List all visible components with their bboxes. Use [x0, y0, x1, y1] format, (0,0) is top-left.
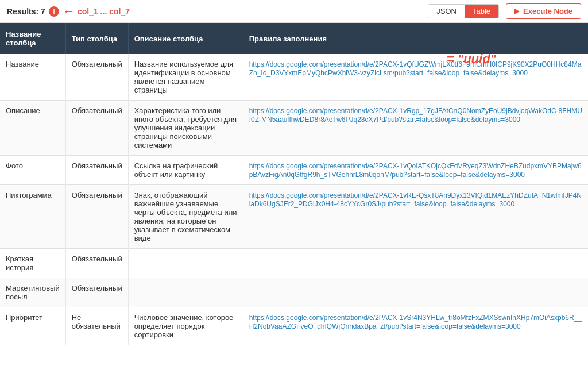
cell-rules: https://docs.google.com/presentation/d/e… — [243, 307, 588, 345]
col-annotation-label: col_1 ... col_7 — [78, 7, 130, 16]
rules-link[interactable]: https://docs.google.com/presentation/d/e… — [249, 60, 582, 77]
table-row: ПиктограммаОбязательныйЗнак, отображающи… — [0, 185, 588, 249]
header-col-desc: Описание столбца — [128, 23, 243, 54]
cell-description: Ссылка на графический объект или картинк… — [128, 156, 243, 185]
cell-description: Знак, отображающий важнейшие узнаваемые … — [128, 185, 243, 249]
cell-name: Пиктограмма — [0, 185, 65, 249]
cell-description: Числовое значение, которое определяет по… — [128, 307, 243, 345]
top-bar: Results: 7 i ← col_1 ... col_7 JSON Tabl… — [0, 0, 588, 23]
cell-name: Приоритет — [0, 307, 65, 345]
cell-name: Краткая история — [0, 249, 65, 278]
header-col-name: Название столбца — [0, 23, 65, 54]
format-toggle: JSON Table — [428, 4, 499, 18]
cell-type: Обязательный — [65, 185, 128, 249]
cell-name: Описание — [0, 101, 65, 156]
table-btn[interactable]: Table — [465, 5, 498, 18]
cell-type: Обязательный — [65, 278, 128, 307]
json-btn[interactable]: JSON — [428, 5, 465, 18]
cell-name: Название — [0, 54, 65, 101]
cell-rules — [243, 278, 588, 307]
cell-name: Фото — [0, 156, 65, 185]
table-row: НазваниеОбязательныйНазвание используемо… — [0, 54, 588, 101]
cell-description: Характеристика того или иного объекта, т… — [128, 101, 243, 156]
cell-name: Маркетинговый посыл — [0, 278, 65, 307]
table-row: Маркетинговый посылОбязательный — [0, 278, 588, 307]
table-row: ФотоОбязательныйСсылка на графический об… — [0, 156, 588, 185]
table-header-row: Название столбца Тип столбца Описание ст… — [0, 23, 588, 54]
play-icon — [514, 9, 520, 14]
results-section: Results: 7 i ← col_1 ... col_7 — [7, 4, 130, 19]
header-col-rules: Правила заполнения — [243, 23, 588, 54]
rules-link[interactable]: https://docs.google.com/presentation/d/e… — [249, 314, 582, 330]
cell-rules: https://docs.google.com/presentation/d/e… — [243, 101, 588, 156]
rules-link[interactable]: https://docs.google.com/presentation/d/e… — [249, 107, 582, 124]
table-row: Краткая историяОбязательный — [0, 249, 588, 278]
arrow-left-icon: ← — [63, 4, 75, 19]
cell-type: Обязательный — [65, 101, 128, 156]
rules-link[interactable]: https://docs.google.com/presentation/d/e… — [249, 162, 582, 179]
table-row: ПриоритетНе обязательныйЧисловое значени… — [0, 307, 588, 345]
execute-node-button[interactable]: Execute Node — [506, 3, 581, 19]
results-count: Results: 7 — [7, 7, 45, 16]
table-row: ОписаниеОбязательныйХарактеристика того … — [0, 101, 588, 156]
cell-description — [128, 278, 243, 307]
cell-description: Название используемое для идентификации … — [128, 54, 243, 101]
cell-rules: https://docs.google.com/presentation/d/e… — [243, 185, 588, 249]
cell-rules: https://docs.google.com/presentation/d/e… — [243, 156, 588, 185]
cell-type: Обязательный — [65, 156, 128, 185]
header-col-type: Тип столбца — [65, 23, 128, 54]
cell-rules: https://docs.google.com/presentation/d/e… — [243, 54, 588, 101]
cell-description — [128, 249, 243, 278]
main-container: Results: 7 i ← col_1 ... col_7 JSON Tabl… — [0, 0, 588, 385]
data-table: Название столбца Тип столбца Описание ст… — [0, 23, 588, 345]
table-section: = "uuid" Название столбца Тип столбца Оп… — [0, 23, 588, 345]
cell-type: Обязательный — [65, 249, 128, 278]
info-icon[interactable]: i — [49, 6, 59, 17]
cell-rules — [243, 249, 588, 278]
cell-type: Не обязательный — [65, 307, 128, 345]
action-buttons: JSON Table Execute Node — [428, 3, 581, 19]
rules-link[interactable]: https://docs.google.com/presentation/d/e… — [249, 191, 582, 208]
cell-type: Обязательный — [65, 54, 128, 101]
